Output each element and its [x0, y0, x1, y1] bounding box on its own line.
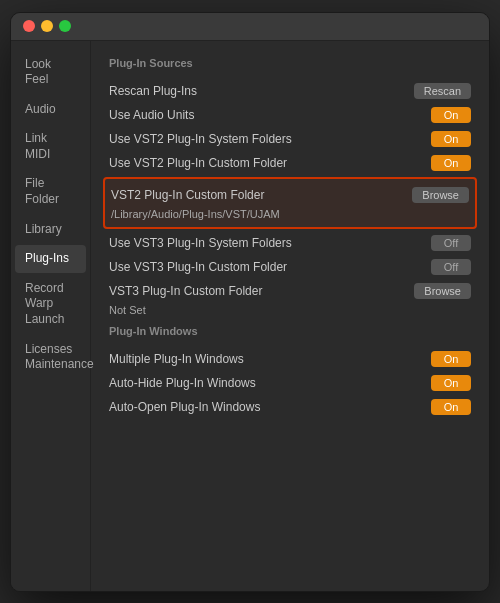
main-panel: Plug-In SourcesRescan Plug-InsRescanUse …	[91, 41, 489, 591]
pref-row-use-vst2-custom: Use VST2 Plug-In Custom FolderOn	[109, 151, 471, 175]
pref-label-vst3-custom-folder: VST3 Plug-In Custom Folder	[109, 284, 414, 298]
pref-row-auto-open: Auto-Open Plug-In WindowsOn	[109, 395, 471, 419]
sidebar-item-record-warp-launch[interactable]: Record Warp Launch	[15, 275, 86, 334]
traffic-lights	[23, 20, 71, 32]
pref-label-use-vst3-system: Use VST3 Plug-In System Folders	[109, 236, 431, 250]
content-area: Look FeelAudioLink MIDIFile FolderLibrar…	[11, 41, 489, 591]
toggle-button-use-vst3-system[interactable]: Off	[431, 235, 471, 251]
folder-path-vst3-custom-folder: Not Set	[109, 303, 471, 319]
pref-label-auto-hide: Auto-Hide Plug-In Windows	[109, 376, 431, 390]
maximize-button[interactable]	[59, 20, 71, 32]
pref-row-auto-hide: Auto-Hide Plug-In WindowsOn	[109, 371, 471, 395]
browse-button-vst2-custom-folder[interactable]: Browse	[412, 187, 469, 203]
pref-row-vst2-custom-folder: VST2 Plug-In Custom FolderBrowse	[111, 183, 469, 207]
plug-in-windows-title: Plug-In Windows	[109, 325, 471, 337]
vst2-custom-folder-block: VST2 Plug-In Custom FolderBrowse/Library…	[103, 177, 477, 229]
toggle-button-multiple-windows[interactable]: On	[431, 351, 471, 367]
titlebar	[11, 13, 489, 41]
toggle-button-use-vst2-custom[interactable]: On	[431, 155, 471, 171]
sidebar-item-link-midi[interactable]: Link MIDI	[15, 125, 86, 168]
pref-label-use-vst2-system: Use VST2 Plug-In System Folders	[109, 132, 431, 146]
pref-label-use-audio-units: Use Audio Units	[109, 108, 431, 122]
folder-path-vst2-custom-folder: /Library/Audio/Plug-Ins/VST/UJAM	[111, 207, 469, 223]
pref-label-rescan: Rescan Plug-Ins	[109, 84, 414, 98]
close-button[interactable]	[23, 20, 35, 32]
sidebar-item-library[interactable]: Library	[15, 216, 86, 244]
pref-row-use-audio-units: Use Audio UnitsOn	[109, 103, 471, 127]
pref-label-multiple-windows: Multiple Plug-In Windows	[109, 352, 431, 366]
pref-label-auto-open: Auto-Open Plug-In Windows	[109, 400, 431, 414]
toggle-button-auto-open[interactable]: On	[431, 399, 471, 415]
pref-label-use-vst3-custom: Use VST3 Plug-In Custom Folder	[109, 260, 431, 274]
browse-button-vst3-custom-folder[interactable]: Browse	[414, 283, 471, 299]
sidebar-item-look-feel[interactable]: Look Feel	[15, 51, 86, 94]
pref-row-use-vst3-custom: Use VST3 Plug-In Custom FolderOff	[109, 255, 471, 279]
sidebar: Look FeelAudioLink MIDIFile FolderLibrar…	[11, 41, 91, 591]
toggle-button-auto-hide[interactable]: On	[431, 375, 471, 391]
pref-label-use-vst2-custom: Use VST2 Plug-In Custom Folder	[109, 156, 431, 170]
toggle-button-use-audio-units[interactable]: On	[431, 107, 471, 123]
pref-row-multiple-windows: Multiple Plug-In WindowsOn	[109, 347, 471, 371]
sidebar-item-licenses-maintenance[interactable]: Licenses Maintenance	[15, 336, 86, 379]
pref-row-rescan: Rescan Plug-InsRescan	[109, 79, 471, 103]
toggle-button-use-vst2-system[interactable]: On	[431, 131, 471, 147]
toggle-button-use-vst3-custom[interactable]: Off	[431, 259, 471, 275]
pref-row-use-vst2-system: Use VST2 Plug-In System FoldersOn	[109, 127, 471, 151]
minimize-button[interactable]	[41, 20, 53, 32]
sidebar-item-audio[interactable]: Audio	[15, 96, 86, 124]
sidebar-item-file-folder[interactable]: File Folder	[15, 170, 86, 213]
plug-in-sources-title: Plug-In Sources	[109, 57, 471, 69]
rescan-button[interactable]: Rescan	[414, 83, 471, 99]
pref-row-use-vst3-system: Use VST3 Plug-In System FoldersOff	[109, 231, 471, 255]
preferences-window: Look FeelAudioLink MIDIFile FolderLibrar…	[10, 12, 490, 592]
sidebar-item-plug-ins[interactable]: Plug-Ins	[15, 245, 86, 273]
pref-label-vst2-custom-folder: VST2 Plug-In Custom Folder	[111, 188, 412, 202]
pref-row-vst3-custom-folder: VST3 Plug-In Custom FolderBrowse	[109, 279, 471, 303]
